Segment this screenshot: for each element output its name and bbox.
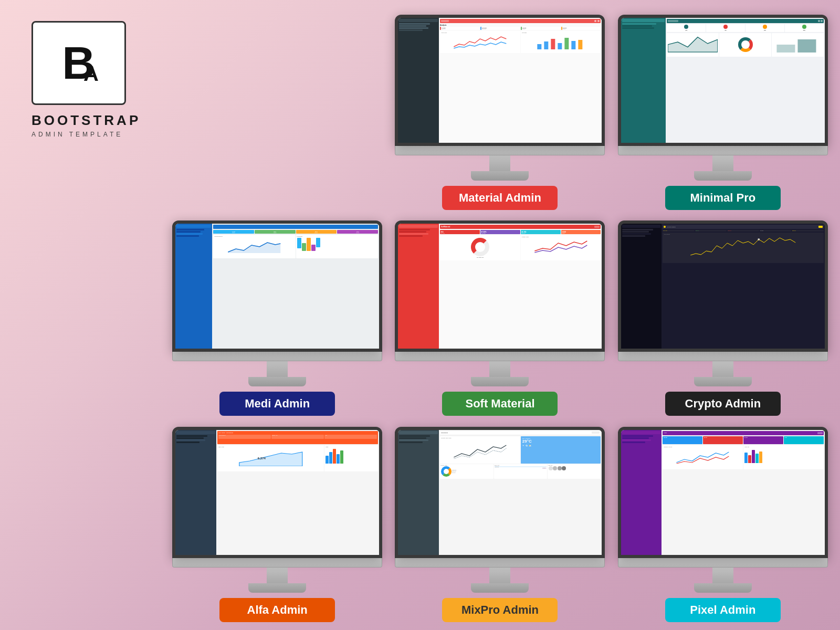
alfa-admin-screen-wrapper: Alfa Admin - Dashboard REVENUE $50,642 O… <box>172 427 382 558</box>
sm-chin <box>395 352 605 361</box>
alfa-admin-screen: Alfa Admin - Dashboard REVENUE $50,642 O… <box>175 430 379 555</box>
ma-sidebar <box>398 18 439 143</box>
svg-marker-12 <box>239 452 302 466</box>
mixpro-admin-cell: Dashboard Products Yearly Sales <box>391 420 609 622</box>
aa-sidebar <box>175 430 216 555</box>
ma-neck <box>489 155 510 171</box>
ca-neck <box>712 361 733 377</box>
soft-material-monitor: SoftMaterial 255 Daily Visits <box>395 220 605 386</box>
mp-base <box>694 171 752 181</box>
material-admin-label[interactable]: Material Admin <box>442 186 558 210</box>
mda-sidebar <box>175 224 212 349</box>
logo-a: A <box>83 63 99 84</box>
mp-main: 452 Visitors 201 Sales <box>666 18 825 143</box>
soft-material-screen-wrapper: SoftMaterial 255 Daily Visits <box>395 220 605 352</box>
svg-marker-7 <box>668 37 718 51</box>
px-neck <box>712 568 733 583</box>
minimal-pro-label[interactable]: Minimal Pro <box>665 186 781 210</box>
soft-material-cell: SoftMaterial 255 Daily Visits <box>391 214 609 416</box>
svg-rect-2 <box>551 39 555 49</box>
px-sidebar <box>621 430 662 555</box>
alfa-admin-label[interactable]: Alfa Admin <box>219 598 335 622</box>
mp-neck <box>712 155 733 171</box>
mx-neck <box>489 568 510 583</box>
medi-admin-label[interactable]: Medi Admin <box>219 392 335 416</box>
mx-base <box>471 583 529 593</box>
ca-main: Crypto Millions BTC 11.28 ETH 0.35 XRP 0… <box>662 224 824 349</box>
medi-admin-cell: 1,248 Patients 80% Satisfied 80% Recover… <box>168 214 386 416</box>
aa-main: Alfa Admin - Dashboard REVENUE $50,642 O… <box>216 430 379 555</box>
ca-sidebar <box>621 224 662 349</box>
svg-rect-4 <box>564 38 569 49</box>
mx-main: Dashboard Products Yearly Sales <box>439 430 602 555</box>
brand-area: B A BOOTSTRAP ADMIN TEMPLATE <box>32 21 141 138</box>
minimal-pro-cell: 452 Visitors 201 Sales <box>614 8 832 210</box>
pixel-admin-screen: Pixel $90,897 $5,240 <box>621 430 825 555</box>
svg-rect-9 <box>797 39 816 52</box>
minimal-pro-monitor: 452 Visitors 201 Sales <box>618 15 828 181</box>
monitors-grid: Analysis 14,589 Sales Prod $19,689 New O… <box>168 8 832 622</box>
px-main: Pixel $90,897 $5,240 <box>662 430 824 555</box>
svg-rect-5 <box>571 41 575 49</box>
mda-main: 1,248 Patients 80% Satisfied 80% Recover… <box>212 224 379 349</box>
crypto-admin-screen: Crypto Millions BTC 11.28 ETH 0.35 XRP 0… <box>621 224 825 349</box>
crypto-admin-screen-wrapper: Crypto Millions BTC 11.28 ETH 0.35 XRP 0… <box>618 220 828 352</box>
ma-chin <box>395 146 605 155</box>
sm-base <box>471 377 529 386</box>
medi-admin-screen-wrapper: 1,248 Patients 80% Satisfied 80% Recover… <box>172 220 382 352</box>
crypto-admin-monitor: Crypto Millions BTC 11.28 ETH 0.35 XRP 0… <box>618 220 828 386</box>
svg-rect-8 <box>776 45 795 52</box>
brand-title: BOOTSTRAP <box>32 112 141 129</box>
ma-main: Analysis 14,589 Sales Prod $19,689 New O… <box>439 18 602 143</box>
mixpro-admin-monitor: Dashboard Products Yearly Sales <box>395 427 605 593</box>
crypto-admin-label[interactable]: Crypto Admin <box>665 392 781 416</box>
mx-sidebar <box>398 430 439 555</box>
alfa-admin-cell: Alfa Admin - Dashboard REVENUE $50,642 O… <box>168 420 386 622</box>
mp-sidebar <box>621 18 666 143</box>
aa-chin <box>172 558 382 568</box>
px-chin <box>618 558 828 568</box>
alfa-admin-monitor: Alfa Admin - Dashboard REVENUE $50,642 O… <box>172 427 382 593</box>
mda-neck <box>267 361 288 377</box>
ca-chin <box>618 352 828 361</box>
pixel-admin-cell: Pixel $90,897 $5,240 <box>614 420 832 622</box>
svg-text:6,374: 6,374 <box>258 457 266 460</box>
svg-marker-10 <box>228 243 280 253</box>
sm-sidebar <box>398 224 439 349</box>
material-admin-monitor: Analysis 14,589 Sales Prod $19,689 New O… <box>395 15 605 181</box>
mp-chin <box>618 146 828 155</box>
aa-base <box>248 583 306 593</box>
medi-admin-screen: 1,248 Patients 80% Satisfied 80% Recover… <box>175 224 379 349</box>
aa-neck <box>267 568 288 583</box>
sm-neck <box>489 361 510 377</box>
logo-box: B A <box>32 21 126 105</box>
mda-base <box>248 377 306 386</box>
mixpro-admin-screen: Dashboard Products Yearly Sales <box>398 430 602 555</box>
svg-rect-3 <box>558 43 562 49</box>
crypto-admin-cell: Crypto Millions BTC 11.28 ETH 0.35 XRP 0… <box>614 214 832 416</box>
material-admin-screen: Analysis 14,589 Sales Prod $19,689 New O… <box>398 18 602 143</box>
brand-subtitle: ADMIN TEMPLATE <box>32 131 123 138</box>
svg-rect-0 <box>537 44 541 49</box>
svg-rect-6 <box>578 40 582 49</box>
minimal-pro-screen-wrapper: 452 Visitors 201 Sales <box>618 15 828 146</box>
ca-base <box>694 377 752 386</box>
pixel-admin-monitor: Pixel $90,897 $5,240 <box>618 427 828 593</box>
mda-chin <box>172 352 382 361</box>
mixpro-admin-label[interactable]: MixPro Admin <box>442 598 558 622</box>
ma-base <box>471 171 529 181</box>
mx-chin <box>395 558 605 568</box>
page-wrapper: B A BOOTSTRAP ADMIN TEMPLATE <box>0 0 840 630</box>
sm-main: SoftMaterial 255 Daily Visits <box>439 224 602 349</box>
svg-point-11 <box>758 238 760 240</box>
soft-material-label[interactable]: Soft Material <box>442 392 558 416</box>
material-admin-cell: Analysis 14,589 Sales Prod $19,689 New O… <box>391 8 609 210</box>
pixel-admin-screen-wrapper: Pixel $90,897 $5,240 <box>618 427 828 558</box>
px-base <box>694 583 752 593</box>
minimal-pro-screen: 452 Visitors 201 Sales <box>621 18 825 143</box>
mixpro-admin-screen-wrapper: Dashboard Products Yearly Sales <box>395 427 605 558</box>
empty-cell-0 <box>168 8 386 210</box>
pixel-admin-label[interactable]: Pixel Admin <box>665 598 781 622</box>
svg-rect-1 <box>544 41 548 49</box>
soft-material-screen: SoftMaterial 255 Daily Visits <box>398 224 602 349</box>
